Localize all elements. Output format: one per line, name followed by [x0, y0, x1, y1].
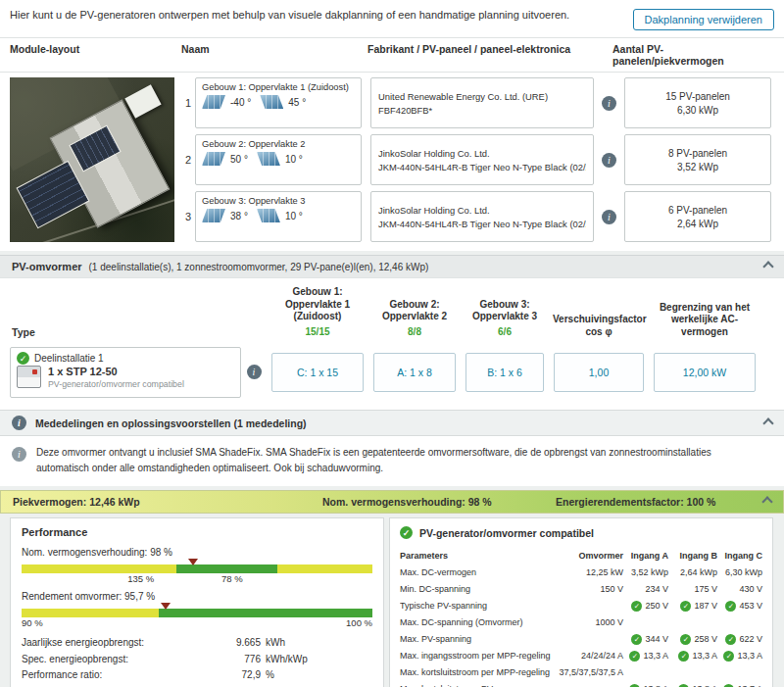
- tilt-angle: 50 °: [230, 154, 248, 165]
- check-value: ✓453 V: [717, 598, 762, 614]
- peak-power: 2,64 kWp: [677, 219, 718, 229]
- info-icon: i: [12, 416, 26, 430]
- summary-energy-factor: Energierendementsfactor: 100 %: [556, 496, 763, 508]
- gauge-nominal-ratio: [22, 564, 372, 573]
- gauge-scale-label: 100 %: [346, 617, 372, 628]
- roof-tilt-icon: [202, 152, 225, 166]
- subsystem-name: Deelinstallatie 1: [34, 353, 104, 364]
- row-index: 1: [181, 77, 195, 128]
- tilt-angle: -40 °: [230, 97, 251, 108]
- check-icon: ✓: [723, 651, 734, 662]
- compatibility-title: PV-generator/omvormer compatibel: [419, 527, 594, 539]
- module-layout-satellite-view[interactable]: [10, 77, 174, 242]
- check-icon: ✓: [680, 601, 691, 612]
- panel-count-box[interactable]: 15 PV-panelen 6,30 kWp: [624, 77, 771, 128]
- message-row: i Deze omvormer ontvangt u inclusief SMA…: [0, 436, 784, 486]
- satellite-building-small: [124, 84, 161, 118]
- gauge-inverter-efficiency: [22, 609, 372, 617]
- messages-title: Mededelingen en oplossingsvoorstellen (1…: [35, 417, 307, 429]
- roof-azimuth-icon: [257, 152, 280, 166]
- row-index: 3: [181, 191, 195, 242]
- type-column-label: Type: [10, 326, 267, 338]
- chevron-up-icon[interactable]: [761, 496, 772, 507]
- check-value: ✓13,7 A: [717, 681, 762, 687]
- module-layout-panel: Hier kunt u de PV-generatoren ontwerpen …: [0, 0, 784, 251]
- check-value: ✓13,8 A: [623, 681, 668, 687]
- string-config-a[interactable]: A: 1 x 8: [373, 353, 456, 392]
- parameters-panel: ✓ PV-generator/omvormer compatibel Param…: [389, 517, 773, 687]
- message-text: Deze omvormer ontvangt u inclusief SMA S…: [36, 445, 752, 475]
- check-value: ✓13,3 A: [623, 648, 668, 664]
- column-surface-3: Gebouw 3: Oppervlakte 3 6/6: [461, 299, 549, 339]
- col-module-layout: Module-layout: [10, 43, 181, 67]
- stat-row: Vollasturen:805,4h: [22, 684, 372, 687]
- panel-count-box[interactable]: 6 PV-panelen 2,64 kWp: [624, 191, 771, 242]
- check-icon: ✓: [725, 634, 736, 645]
- check-icon: ✓: [725, 601, 736, 612]
- info-icon[interactable]: i: [602, 96, 616, 111]
- panel-count: 15 PV-panelen: [665, 91, 730, 102]
- info-icon[interactable]: i: [602, 153, 616, 168]
- summary-peak-power: Piekvermogen: 12,46 kWp: [13, 496, 322, 508]
- check-value: ✓344 V: [623, 631, 668, 648]
- info-icon[interactable]: i: [602, 210, 616, 224]
- subsystem-box[interactable]: ✓ Deelinstallatie 1 1 x STP 12-50 PV-gen…: [10, 347, 241, 398]
- pv-module-box[interactable]: JinkoSolar Holding Co. Ltd. JKM-440N-54H…: [370, 134, 594, 185]
- chevron-up-icon[interactable]: [762, 417, 773, 428]
- col-manufacturer: Fabrikant / PV-paneel / paneel-elektroni…: [368, 43, 612, 67]
- gauge-marker-icon: [161, 603, 171, 610]
- pv-module-box[interactable]: JinkoSolar Holding Co. Ltd. JKM-440N-54H…: [370, 191, 594, 242]
- check-icon: ✓: [17, 352, 29, 365]
- assigned-count: 15/15: [270, 326, 365, 339]
- surface-name-box[interactable]: Gebouw 1: Oppervlakte 1 (Zuidoost) -40 °…: [195, 77, 362, 128]
- roof-tilt-icon: [202, 95, 225, 109]
- tilt-angle: 38 °: [230, 211, 248, 221]
- messages-bar: i Mededelingen en oplossingsvoorstellen …: [0, 410, 784, 436]
- inverter-icon: [17, 366, 41, 388]
- check-icon: ✓: [629, 651, 640, 662]
- column-surface-1: Gebouw 1: Oppervlakte 1 (Zuidoost) 15/15: [267, 286, 368, 338]
- stat-row: Spec. energieopbrengst:776kWh/kWp: [22, 652, 372, 668]
- gauge-scale-label: 135 %: [127, 573, 154, 584]
- surface-name-box[interactable]: Gebouw 3: Oppervlakte 3 38 ° 10 °: [195, 191, 362, 242]
- manufacturer-name: United Renewable Energy Co. Ltd. (URE): [378, 91, 586, 102]
- panel-count-box[interactable]: 8 PV-panelen 3,52 kWp: [624, 134, 771, 185]
- inverter-section-title: PV-omvormer: [12, 261, 82, 272]
- surface-name: Gebouw 1: Oppervlakte 1 (Zuidoost): [202, 82, 355, 92]
- manufacturer-name: JinkoSolar Holding Co. Ltd.: [378, 205, 586, 216]
- panel-count: 6 PV-panelen: [668, 205, 727, 216]
- string-config-b[interactable]: B: 1 x 6: [466, 353, 544, 392]
- panel-model: JKM-440N-54HL4R-B Tiger Neo N-Type Black…: [378, 219, 586, 229]
- assigned-count: 8/8: [372, 326, 457, 339]
- manufacturer-name: JinkoSolar Holding Co. Ltd.: [378, 148, 586, 159]
- info-icon[interactable]: i: [247, 365, 262, 379]
- stat-row: Performance ratio:72,9%: [22, 667, 372, 684]
- performance-panel: Performance Nom. vermogensverhouding: 98…: [10, 517, 384, 687]
- summary-nominal-ratio: Nom. vermogensverhouding: 98 %: [322, 496, 556, 508]
- performance-stats: Jaarlijkse energieopbrengst:9.665kWh Spe…: [22, 635, 372, 687]
- panel-model: FBF420BFB*: [378, 105, 586, 116]
- inverter-section-header: PV-omvormer (1 deelinstallatie(s), 1 zon…: [0, 255, 784, 278]
- check-value: ✓187 V: [668, 598, 717, 614]
- compatibility-status: PV-generator/omvormer compatibel: [48, 379, 184, 389]
- string-config-c[interactable]: C: 1 x 15: [271, 353, 364, 392]
- remove-roof-planning-button[interactable]: Dakplanning verwijderen: [633, 9, 774, 30]
- column-cos-phi: Verschuivingsfactor cos φ: [549, 314, 649, 338]
- layout-table-header: Module-layout Naam Fabrikant / PV-paneel…: [0, 37, 784, 73]
- check-icon: ✓: [678, 651, 689, 662]
- chevron-up-icon[interactable]: [762, 261, 773, 271]
- pv-module-box[interactable]: United Renewable Energy Co. Ltd. (URE) F…: [370, 77, 594, 128]
- gauge-inverter-efficiency-label: Rendement omvormer: 95,7 %: [22, 591, 372, 602]
- row-index: 2: [181, 134, 195, 185]
- gauge-nominal-ratio-label: Nom. vermogensverhouding: 98 %: [22, 547, 372, 558]
- azimuth-angle: 10 °: [285, 211, 303, 221]
- inverter-section-subtitle: (1 deelinstallatie(s), 1 zonnestroomomvo…: [89, 262, 429, 272]
- assigned-count: 6/6: [465, 326, 545, 339]
- gauge-scale-label: 78 %: [221, 573, 243, 584]
- table-row: 2 Gebouw 2: Oppervlakte 2 50 ° 10 ° Jink…: [181, 134, 774, 185]
- check-icon: ✓: [680, 634, 691, 645]
- cos-phi-value[interactable]: 1,00: [554, 353, 644, 392]
- surface-name-box[interactable]: Gebouw 2: Oppervlakte 2 50 ° 10 °: [195, 134, 362, 185]
- ac-limit-value[interactable]: 12,00 kW: [654, 353, 756, 392]
- check-value: ✓13,3 A: [717, 648, 762, 664]
